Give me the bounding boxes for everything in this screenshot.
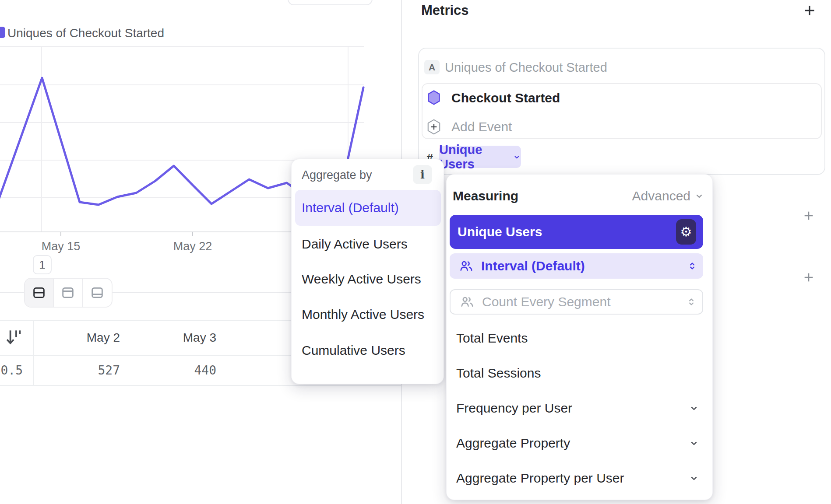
table-cell-may3: 440 xyxy=(164,355,216,385)
layout-split-horizontal-button[interactable] xyxy=(25,279,54,307)
chevron-down-icon[interactable] xyxy=(689,434,699,453)
info-button[interactable]: i xyxy=(413,165,432,184)
measure-total-events[interactable]: Total Events xyxy=(456,329,528,348)
aggregate-by-popup: Aggregate by i Interval (Default) Daily … xyxy=(291,159,444,384)
chevron-down-icon xyxy=(694,191,704,201)
count-every-segment-row[interactable]: Count Every Segment xyxy=(450,289,703,315)
interval-default-label: Interval (Default) xyxy=(481,259,585,273)
top-bar-icon xyxy=(60,285,75,300)
event-hexagon-icon xyxy=(427,90,440,105)
sort-button[interactable] xyxy=(5,328,23,347)
x-axis-label: May 22 xyxy=(173,240,212,253)
add-metric-slot-button-1[interactable] xyxy=(803,210,815,222)
aggregate-option-cumulative[interactable]: Cumulative Users xyxy=(302,341,405,360)
updown-icon xyxy=(686,296,697,308)
metric-letter-badge: A xyxy=(424,60,440,74)
count-every-segment-label: Count Every Segment xyxy=(482,294,610,309)
plus-icon xyxy=(803,4,817,18)
table-header-may2[interactable]: May 2 xyxy=(67,320,120,355)
x-axis-label: May 15 xyxy=(42,240,81,253)
plus-icon xyxy=(803,210,815,222)
chevron-down-icon[interactable] xyxy=(689,399,699,418)
add-metric-button[interactable] xyxy=(803,4,817,18)
split-horizontal-icon xyxy=(32,285,46,300)
table-bottom-border xyxy=(0,385,401,386)
table-column-separator xyxy=(33,320,34,385)
chevron-down-icon[interactable] xyxy=(689,469,699,488)
event-name[interactable]: Checkout Started xyxy=(451,90,560,106)
aggregate-option-wau[interactable]: Weekly Active Users xyxy=(302,270,421,289)
measure-aggregate-property-per-user[interactable]: Aggregate Property per User xyxy=(456,469,624,488)
measure-frequency-per-user[interactable]: Frequency per User xyxy=(456,399,572,418)
page-number-badge[interactable]: 1 xyxy=(33,255,52,274)
metrics-panel-title: Metrics xyxy=(421,3,469,18)
updown-icon xyxy=(687,260,698,272)
add-metric-slot-button-2[interactable] xyxy=(803,271,815,284)
users-icon xyxy=(460,296,474,308)
aggregate-by-title: Aggregate by xyxy=(302,168,372,182)
measurement-pill-button[interactable]: Unique Users xyxy=(439,146,521,168)
measure-settings-button[interactable]: ⚙ xyxy=(676,219,696,245)
users-icon xyxy=(459,260,473,272)
table-row-label: 0.5 xyxy=(0,355,23,385)
measurement-pill-label: Unique Users xyxy=(439,143,509,172)
gear-icon: ⚙ xyxy=(680,225,692,238)
bottom-bar-icon xyxy=(90,285,105,300)
aggregate-option-mau[interactable]: Monthly Active Users xyxy=(302,305,424,324)
advanced-toggle[interactable]: Advanced xyxy=(632,189,704,203)
layout-bottom-bar-button[interactable] xyxy=(83,279,112,307)
chevron-down-icon xyxy=(513,152,521,162)
sort-descending-icon xyxy=(5,328,23,347)
measuring-title: Measuring xyxy=(453,189,518,203)
analytics-screen: Uniques of Checkout Started May 15May 22… xyxy=(0,0,831,504)
aggregate-option-dau[interactable]: Daily Active Users xyxy=(302,234,408,254)
measure-unique-users-selected[interactable]: Unique Users ⚙ xyxy=(450,215,703,249)
metric-card-title[interactable]: Uniques of Checkout Started xyxy=(445,60,607,75)
aggregate-option-interval[interactable]: Interval (Default) xyxy=(295,190,441,226)
advanced-label: Advanced xyxy=(632,189,690,203)
layout-toggle-group xyxy=(24,278,113,308)
table-header-may3[interactable]: May 3 xyxy=(164,320,216,355)
layout-top-bar-button[interactable] xyxy=(54,279,83,307)
measure-unique-users-label: Unique Users xyxy=(458,224,542,239)
add-event-icon xyxy=(427,119,441,135)
measuring-popup: Measuring Advanced Unique Users ⚙ xyxy=(446,174,713,500)
interval-default-row[interactable]: Interval (Default) xyxy=(450,253,703,279)
measure-total-sessions[interactable]: Total Sessions xyxy=(456,364,541,383)
add-event-button[interactable]: Add Event xyxy=(451,119,512,135)
measure-aggregate-property[interactable]: Aggregate Property xyxy=(456,434,570,453)
table-cell-may2: 527 xyxy=(67,355,120,385)
plus-icon xyxy=(803,271,815,284)
